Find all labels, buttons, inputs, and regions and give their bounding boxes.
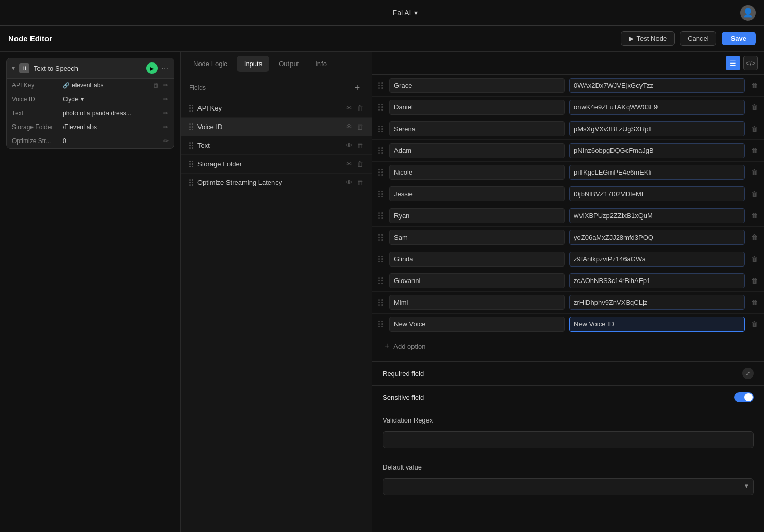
option-label-input[interactable] [389, 165, 565, 180]
option-value-input[interactable] [569, 186, 745, 201]
field-item-storagefolder[interactable]: Storage Folder 👁 🗑 [181, 155, 372, 174]
user-avatar[interactable]: 👤 [740, 5, 756, 21]
edit-apikey-icon[interactable]: ✏ [163, 82, 169, 89]
default-value-section: Default value [372, 456, 764, 503]
option-value-input[interactable] [569, 143, 745, 158]
tab-info[interactable]: Info [308, 56, 334, 72]
node-more-button[interactable]: ··· [162, 64, 169, 73]
option-value-input[interactable] [569, 252, 745, 267]
option-label-input[interactable] [389, 100, 565, 115]
tab-output[interactable]: Output [271, 56, 306, 72]
edit-voiceid-icon[interactable]: ✏ [163, 96, 169, 103]
required-field-checkbox[interactable]: ✓ [742, 368, 754, 379]
collapse-arrow[interactable]: ▾ [12, 65, 15, 72]
option-value-input[interactable] [569, 317, 745, 332]
trash-icon-text[interactable]: 🗑 [357, 142, 363, 149]
drag-handle[interactable] [376, 189, 385, 199]
test-node-button[interactable]: ▶ Test Node [621, 31, 675, 46]
default-value-select-wrapper [383, 475, 754, 495]
list-view-button[interactable]: ☰ [726, 56, 740, 70]
option-value-input[interactable] [569, 121, 745, 136]
drag-handle[interactable] [376, 297, 385, 308]
tab-node-logic[interactable]: Node Logic [186, 56, 235, 72]
play-icon: ▶ [629, 35, 634, 42]
drag-handle[interactable] [376, 210, 385, 221]
trash-icon-storagefolder[interactable]: 🗑 [357, 160, 363, 168]
cancel-button[interactable]: Cancel [680, 31, 716, 46]
drag-handle[interactable] [376, 254, 385, 264]
option-delete-button[interactable]: 🗑 [749, 145, 760, 157]
option-row: 🗑 [372, 118, 764, 140]
option-label-input[interactable] [389, 317, 565, 332]
option-delete-button[interactable]: 🗑 [749, 231, 760, 243]
option-delete-button[interactable]: 🗑 [749, 275, 760, 287]
option-delete-button[interactable]: 🗑 [749, 123, 760, 135]
drag-handle[interactable] [376, 319, 385, 330]
option-value-input[interactable] [569, 100, 745, 115]
drag-handle[interactable] [376, 123, 385, 134]
trash-icon-apikey[interactable]: 🗑 [357, 104, 363, 112]
option-label-input[interactable] [389, 78, 565, 93]
option-delete-button[interactable]: 🗑 [749, 80, 760, 91]
add-option-button[interactable]: + Add option [376, 335, 760, 357]
app-title-bar[interactable]: Fal AI ▾ [393, 9, 418, 17]
trash-icon-optimize[interactable]: 🗑 [357, 179, 363, 186]
option-value-input[interactable] [569, 230, 745, 245]
required-field-label: Required field [383, 370, 424, 378]
option-delete-button[interactable]: 🗑 [749, 253, 760, 265]
option-delete-button[interactable]: 🗑 [749, 210, 760, 222]
option-row: 🗑 [372, 97, 764, 118]
option-delete-button[interactable]: 🗑 [749, 166, 760, 178]
drag-handle[interactable] [376, 232, 385, 243]
option-label-input[interactable] [389, 273, 565, 288]
field-item-text[interactable]: Text 👁 🗑 [181, 136, 372, 155]
drag-handle[interactable] [376, 80, 385, 91]
option-label-input[interactable] [389, 295, 565, 310]
option-label-input[interactable] [389, 230, 565, 245]
option-label-input[interactable] [389, 121, 565, 136]
voice-dropdown-icon: ▾ [81, 96, 84, 103]
edit-optimize-icon[interactable]: ✏ [163, 137, 169, 145]
default-value-select[interactable] [383, 478, 754, 495]
fields-label: Fields [189, 84, 206, 91]
eye-icon-voiceid[interactable]: 👁 [346, 123, 353, 131]
drag-handle[interactable] [376, 167, 385, 178]
field-item-apikey[interactable]: API Key 👁 🗑 [181, 99, 372, 118]
right-panel-toolbar: ☰ </> [372, 52, 764, 75]
eye-icon-text[interactable]: 👁 [346, 142, 353, 149]
field-item-voiceid[interactable]: Voice ID 👁 🗑 [181, 118, 372, 136]
trash-icon-voiceid[interactable]: 🗑 [357, 123, 363, 131]
option-delete-button[interactable]: 🗑 [749, 296, 760, 308]
option-label-input[interactable] [389, 186, 565, 201]
field-item-optimize[interactable]: Optimize Streaming Latency 👁 🗑 [181, 174, 372, 192]
option-delete-button[interactable]: 🗑 [749, 101, 760, 113]
node-play-button[interactable]: ▶ [146, 62, 158, 74]
edit-storagefolder-icon[interactable]: ✏ [163, 123, 169, 131]
eye-icon-storagefolder[interactable]: 👁 [346, 160, 353, 168]
option-value-input[interactable] [569, 273, 745, 288]
add-field-button[interactable]: + [351, 82, 363, 94]
save-button[interactable]: Save [722, 32, 756, 45]
sensitive-field-toggle[interactable] [734, 392, 754, 402]
drag-handle[interactable] [376, 102, 385, 113]
validation-regex-input[interactable] [383, 431, 754, 448]
app-name: Fal AI [393, 9, 411, 17]
option-delete-button[interactable]: 🗑 [749, 318, 760, 330]
option-value-input[interactable] [569, 165, 745, 180]
eye-icon-optimize[interactable]: 👁 [346, 179, 353, 186]
option-label-input[interactable] [389, 208, 565, 223]
option-delete-button[interactable]: 🗑 [749, 188, 760, 200]
tab-inputs[interactable]: Inputs [237, 56, 269, 72]
code-view-button[interactable]: </> [743, 56, 758, 70]
option-value-input[interactable] [569, 208, 745, 223]
option-label-input[interactable] [389, 252, 565, 267]
delete-apikey-icon[interactable]: 🗑 [153, 82, 159, 89]
option-label-input[interactable] [389, 143, 565, 158]
drag-handle[interactable] [376, 145, 385, 156]
app-dropdown-icon[interactable]: ▾ [414, 9, 418, 17]
option-value-input[interactable] [569, 295, 745, 310]
drag-handle[interactable] [376, 275, 385, 286]
option-value-input[interactable] [569, 78, 745, 93]
eye-icon-apikey[interactable]: 👁 [346, 104, 353, 112]
edit-text-icon[interactable]: ✏ [163, 109, 169, 117]
